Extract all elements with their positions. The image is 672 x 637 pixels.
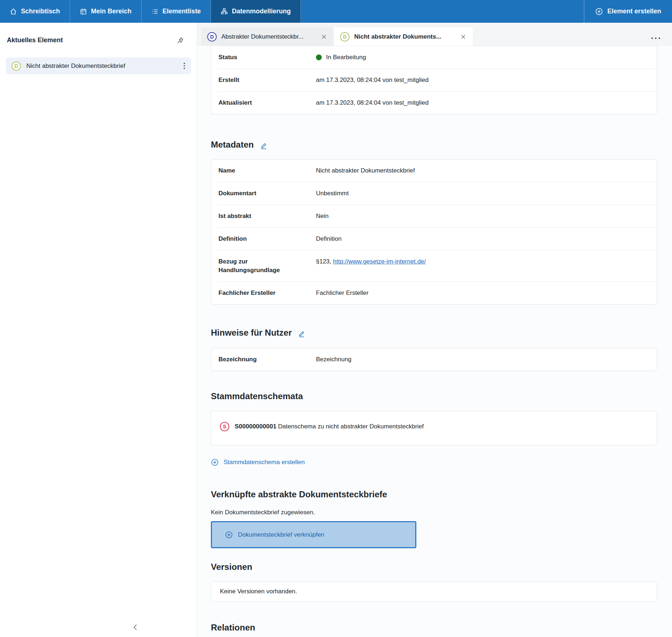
table-row: Erstellt am 17.3.2023, 08:24:04 von test… (211, 69, 657, 91)
nav-item-label: Datenmodellierung (232, 8, 291, 15)
calendar-icon (80, 8, 87, 15)
schema-name: Datenschema zu nicht abstrakter Dokument… (278, 423, 424, 430)
status-dot-green (316, 54, 322, 60)
row-label: Aktualisiert (218, 99, 316, 107)
nav-item-label: Schreibtisch (21, 8, 60, 15)
table-row: Dokumentart Unbestimmt (211, 182, 657, 205)
document-type-icon: D (207, 32, 217, 42)
section-title-master-data-schemas: Stammdatenschemata (211, 391, 303, 401)
versions-empty-box: Keine Versionen vorhanden. (211, 581, 657, 602)
tab-label: Abstrakter Dokumentsteckbr... (221, 33, 304, 40)
nav-item-mein-bereich[interactable]: Mein Bereich (70, 0, 142, 23)
user-hints-table: Bezeichnung Bezeichnung (211, 348, 657, 371)
nav-item-label: Mein Bereich (91, 8, 131, 15)
section-title-relations: Relationen (211, 623, 255, 633)
tab-content-panel: Status In Bearbeitung Erstellt am 17.3.2… (197, 46, 672, 637)
nav-right-group: Element erstellen (584, 0, 672, 23)
row-label: Definition (218, 235, 316, 243)
main-area: D Abstrakter Dokumentsteckbr... D Nicht … (197, 23, 672, 637)
schema-list-item[interactable]: S S00000000001 Datenschema zu nicht abst… (220, 422, 648, 431)
plus-circle-icon (595, 8, 603, 16)
sidebar-heading: Aktuelles Element (7, 36, 63, 44)
row-value: Bezeichnung (316, 355, 650, 364)
table-row: Bezeichnung Bezeichnung (211, 348, 657, 371)
nav-item-schreibtisch[interactable]: Schreibtisch (0, 0, 70, 23)
pin-icon[interactable] (177, 37, 184, 44)
row-label: Bezug zur Handlungsgrundlage (218, 257, 316, 275)
row-label: Status (218, 53, 316, 62)
section-title-versions: Versionen (211, 562, 252, 572)
edit-pencil-icon[interactable] (260, 142, 268, 149)
home-icon (10, 8, 17, 15)
nav-item-label: Elementliste (162, 8, 201, 15)
row-value: Fachlicher Ersteller (316, 289, 650, 297)
versions-empty-text: Keine Versionen vorhanden. (220, 588, 297, 595)
table-row: Ist abstrakt Nein (211, 205, 657, 227)
row-value: am 17.3.2023, 08:24:04 von test_mitglied (316, 76, 650, 84)
plus-circle-icon (211, 458, 219, 466)
row-value: am 17.3.2023, 08:24:04 von test_mitglied (316, 99, 650, 107)
tab-bar: D Abstrakter Dokumentsteckbr... D Nicht … (197, 23, 672, 46)
sidebar-current-element: Aktuelles Element D Nicht abstrakter Dok… (0, 23, 197, 637)
row-label: Erstellt (218, 76, 316, 84)
close-icon[interactable] (460, 33, 467, 40)
law-reference-link[interactable]: http://www.gesetze-im-internet.de/ (333, 258, 426, 265)
row-value: Definition (316, 235, 650, 243)
create-element-label: Element erstellen (607, 8, 661, 15)
section-title-metadata: Metadaten (211, 140, 254, 150)
document-type-icon: D (340, 32, 350, 42)
row-value: §123, http://www.gesetze-im-internet.de/ (316, 257, 650, 275)
law-reference-text: §123, (316, 258, 333, 265)
table-row: Name Nicht abstrakter Dokumentsteckbrief (211, 160, 657, 182)
create-schema-label: Stammdatenschema erstellen (224, 459, 305, 466)
tab-overflow-menu-icon[interactable] (651, 37, 660, 39)
link-document-button-label: Dokumentsteckbrief verknüpfen (238, 531, 324, 538)
sidebar-item-current-document[interactable]: D Nicht abstrakter Dokumentsteckbrief (6, 57, 191, 74)
row-value: Nein (316, 212, 650, 221)
table-row: Fachlicher Ersteller Fachlicher Erstelle… (211, 282, 657, 304)
metadata-table: Name Nicht abstrakter Dokumentsteckbrief… (211, 159, 657, 305)
row-label: Name (218, 166, 316, 175)
document-type-icon: D (12, 61, 21, 71)
kebab-menu-icon[interactable] (182, 61, 187, 71)
link-document-button-highlighted[interactable]: Dokumentsteckbrief verknüpfen (211, 521, 416, 548)
plus-circle-icon (225, 531, 233, 539)
table-row: Bezug zur Handlungsgrundlage §123, http:… (211, 250, 657, 282)
sidebar-item-label: Nicht abstrakter Dokumentsteckbrief (26, 62, 125, 70)
section-title-linked-abstract-documents: Verknüpfte abstrakte Dokumentsteckbriefe (211, 489, 387, 499)
create-element-button[interactable]: Element erstellen (584, 0, 672, 23)
create-schema-link[interactable]: Stammdatenschema erstellen (211, 458, 305, 466)
row-label: Fachlicher Ersteller (218, 289, 316, 297)
schema-text: S00000000001 Datenschema zu nicht abstra… (235, 423, 424, 430)
table-row: Aktualisiert am 17.3.2023, 08:24:04 von … (211, 92, 657, 114)
row-label: Ist abstrakt (218, 212, 316, 221)
edit-pencil-icon[interactable] (298, 330, 305, 337)
status-table: Status In Bearbeitung Erstellt am 17.3.2… (211, 46, 657, 114)
tab-abstract-document[interactable]: D Abstrakter Dokumentsteckbr... (201, 27, 333, 46)
sitemap-icon (221, 8, 228, 15)
tab-non-abstract-document[interactable]: D Nicht abstrakter Dokuments... (334, 27, 473, 46)
table-row: Status In Bearbeitung (211, 46, 657, 69)
schema-id: S00000000001 (235, 423, 276, 430)
nav-item-elementliste[interactable]: Elementliste (142, 0, 211, 23)
nav-item-datenmodellierung[interactable]: Datenmodellierung (211, 0, 301, 23)
status-value: In Bearbeitung (326, 53, 366, 62)
row-value: Unbestimmt (316, 189, 650, 198)
table-row: Definition Definition (211, 228, 657, 250)
row-label: Bezeichnung (218, 355, 316, 364)
list-icon (151, 8, 159, 15)
row-label: Dokumentart (218, 189, 316, 198)
close-icon[interactable] (320, 33, 328, 40)
schema-list-box: S S00000000001 Datenschema zu nicht abst… (211, 411, 657, 445)
sidebar-collapse-chevron-icon[interactable] (133, 624, 137, 631)
top-navigation: Schreibtisch Mein Bereich Elementliste D… (0, 0, 672, 23)
tab-label: Nicht abstrakter Dokuments... (354, 33, 441, 40)
linked-docs-empty-text: Kein Dokumentsteckbrief zugewiesen. (211, 509, 657, 516)
schema-type-icon: S (220, 422, 229, 431)
row-value: Nicht abstrakter Dokumentsteckbrief (316, 166, 650, 175)
section-title-user-hints: Hinweise für Nutzer (211, 328, 292, 338)
